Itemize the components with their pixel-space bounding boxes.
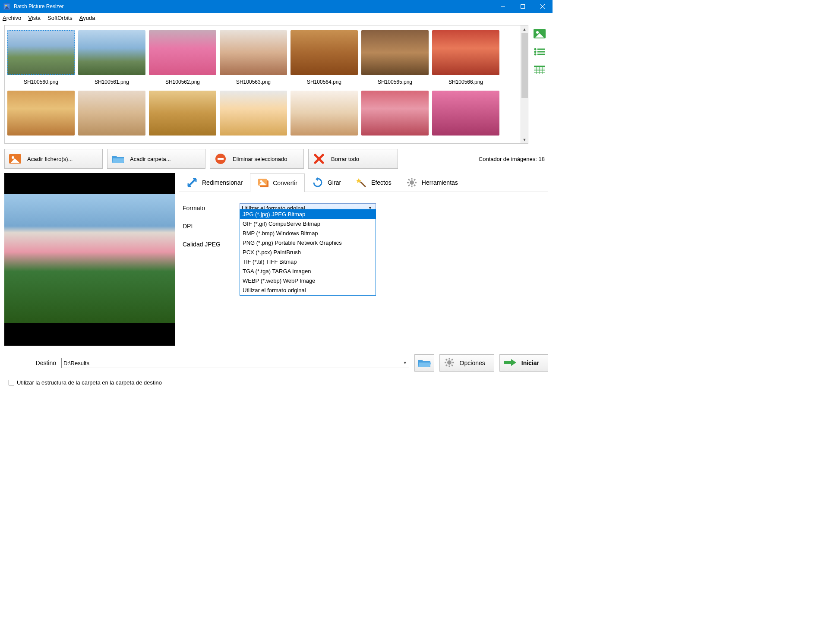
svg-line-54 bbox=[446, 365, 447, 366]
app-icon bbox=[3, 3, 10, 10]
thumbnail-item[interactable] bbox=[431, 88, 500, 139]
thumbnail-image bbox=[432, 91, 499, 136]
add-files-button[interactable]: Acadir fichero(s)... bbox=[4, 149, 103, 169]
thumbnail-item[interactable] bbox=[148, 88, 217, 139]
thumbnail-item[interactable]: SH100565.png bbox=[360, 27, 429, 88]
thumbnail-label: SH100562.png bbox=[165, 78, 200, 88]
format-label: Formato bbox=[183, 205, 240, 211]
thumbnail-item[interactable] bbox=[360, 88, 429, 139]
svg-point-38 bbox=[410, 180, 414, 185]
thumbnail-image bbox=[149, 91, 216, 136]
thumbnail-image bbox=[432, 30, 499, 75]
format-dropdown[interactable]: JPG (*.jpg) JPEG BitmapGIF (*.gif) Compu… bbox=[240, 209, 376, 296]
thumbnail-image bbox=[7, 30, 75, 75]
svg-marker-35 bbox=[316, 177, 318, 181]
preview-pane bbox=[4, 173, 175, 346]
tab-convert[interactable]: Convertir bbox=[250, 173, 305, 192]
chevron-down-icon: ▼ bbox=[403, 361, 407, 365]
scroll-up-arrow[interactable]: ▲ bbox=[521, 25, 528, 33]
delete-selected-button[interactable]: Eliminar seleccionado bbox=[210, 149, 304, 169]
thumbnail-panel: SH100560.pngSH100561.pngSH100562.pngSH10… bbox=[4, 25, 528, 144]
use-folder-structure-label: Utilizar la estructura de la carpeta en … bbox=[17, 379, 162, 386]
use-folder-structure-checkbox[interactable] bbox=[9, 380, 14, 385]
svg-line-44 bbox=[414, 185, 415, 186]
menubar: Archivo Vista SoftOrbits Ayuda bbox=[0, 13, 553, 22]
format-option[interactable]: TGA (*.tga) TARGA Imagen bbox=[240, 267, 376, 276]
maximize-button[interactable] bbox=[513, 0, 533, 13]
svg-line-37 bbox=[360, 182, 366, 187]
menu-softorbits[interactable]: SoftOrbits bbox=[47, 15, 73, 21]
tab-tools-label: Herramientas bbox=[422, 179, 458, 186]
view-toggles bbox=[531, 25, 548, 144]
thumbnail-image bbox=[78, 30, 145, 75]
convert-form: Formato Utilizar el formato original ▼ D… bbox=[179, 192, 548, 253]
thumbnail-item[interactable] bbox=[290, 88, 359, 139]
add-folder-button[interactable]: Acadir carpeta... bbox=[107, 149, 205, 169]
svg-rect-12 bbox=[537, 49, 545, 50]
resize-icon bbox=[186, 177, 198, 188]
thumbnail-item[interactable]: SH100560.png bbox=[6, 27, 76, 88]
start-icon bbox=[504, 358, 516, 368]
thumbnail-scrollbar[interactable]: ▲ ▼ bbox=[521, 25, 528, 143]
convert-icon bbox=[257, 177, 268, 189]
close-button[interactable] bbox=[533, 0, 553, 13]
thumbnail-label: SH100560.png bbox=[24, 78, 58, 88]
destination-value: D:\Results bbox=[63, 360, 89, 366]
tab-rotate[interactable]: Girar bbox=[305, 173, 348, 192]
thumbnail-image bbox=[291, 30, 358, 75]
format-option[interactable]: WEBP (*.webp) WebP Image bbox=[240, 276, 376, 286]
svg-rect-5 bbox=[521, 5, 525, 9]
thumbnail-item[interactable]: SH100566.png bbox=[431, 27, 500, 88]
clear-all-button[interactable]: Borrar todo bbox=[308, 149, 398, 169]
add-files-icon bbox=[9, 153, 21, 165]
thumbnail-item[interactable] bbox=[6, 88, 76, 139]
format-option[interactable]: PCX (*.pcx) PaintBrush bbox=[240, 248, 376, 257]
dpi-label: DPI bbox=[183, 223, 240, 230]
view-details-icon[interactable] bbox=[533, 65, 546, 75]
add-folder-icon bbox=[112, 153, 124, 165]
format-option[interactable]: JPG (*.jpg) JPEG Bitmap bbox=[240, 210, 376, 219]
rotate-icon bbox=[312, 177, 323, 188]
menu-help[interactable]: Ayuda bbox=[79, 15, 95, 21]
tab-resize[interactable]: Redimensionar bbox=[179, 173, 250, 192]
view-thumbnails-icon[interactable] bbox=[533, 28, 546, 39]
view-list-icon[interactable] bbox=[533, 47, 546, 57]
thumbnail-grid[interactable]: SH100560.pngSH100561.pngSH100562.pngSH10… bbox=[5, 25, 521, 143]
minimize-button[interactable] bbox=[493, 0, 513, 13]
tools-icon bbox=[406, 177, 417, 188]
thumbnail-label: SH100561.png bbox=[95, 78, 129, 88]
add-folder-label: Acadir carpeta... bbox=[130, 156, 171, 162]
svg-point-47 bbox=[447, 360, 452, 365]
svg-rect-14 bbox=[537, 51, 545, 53]
options-button[interactable]: Opciones bbox=[439, 354, 494, 372]
menu-view[interactable]: Vista bbox=[28, 15, 41, 21]
thumbnail-image bbox=[220, 30, 287, 75]
thumbnail-item[interactable]: SH100563.png bbox=[219, 27, 288, 88]
browse-destination-button[interactable] bbox=[414, 354, 434, 372]
thumbnail-item[interactable]: SH100561.png bbox=[77, 27, 146, 88]
svg-point-13 bbox=[534, 51, 537, 53]
format-option[interactable]: TIF (*.tif) TIFF Bitmap bbox=[240, 257, 376, 267]
format-option[interactable]: PNG (*.png) Portable Network Graphics bbox=[240, 238, 376, 248]
destination-combobox[interactable]: D:\Results ▼ bbox=[61, 358, 409, 368]
svg-rect-56 bbox=[504, 361, 511, 364]
scroll-thumb[interactable] bbox=[521, 33, 528, 98]
svg-point-9 bbox=[536, 31, 539, 34]
image-counter: Contador de imágenes: 18 bbox=[479, 156, 548, 162]
tab-effects[interactable]: Efectos bbox=[348, 173, 399, 192]
thumbnail-image bbox=[149, 30, 216, 75]
scroll-down-arrow[interactable]: ▼ bbox=[521, 136, 528, 143]
options-label: Opciones bbox=[460, 359, 485, 366]
format-option[interactable]: BMP (*.bmp) Windows Bitmap bbox=[240, 229, 376, 238]
format-option[interactable]: GIF (*.gif) CompuServe Bitmap bbox=[240, 219, 376, 229]
start-label: Iniciar bbox=[521, 359, 539, 366]
thumbnail-item[interactable]: SH100564.png bbox=[290, 27, 359, 88]
clear-all-label: Borrar todo bbox=[331, 156, 359, 162]
thumbnail-item[interactable] bbox=[219, 88, 288, 139]
tab-tools[interactable]: Herramientas bbox=[399, 173, 465, 192]
start-button[interactable]: Iniciar bbox=[499, 354, 548, 372]
thumbnail-item[interactable] bbox=[77, 88, 146, 139]
format-option[interactable]: Utilizar el formato original bbox=[240, 286, 376, 295]
thumbnail-item[interactable]: SH100562.png bbox=[148, 27, 217, 88]
menu-file[interactable]: Archivo bbox=[3, 15, 21, 21]
